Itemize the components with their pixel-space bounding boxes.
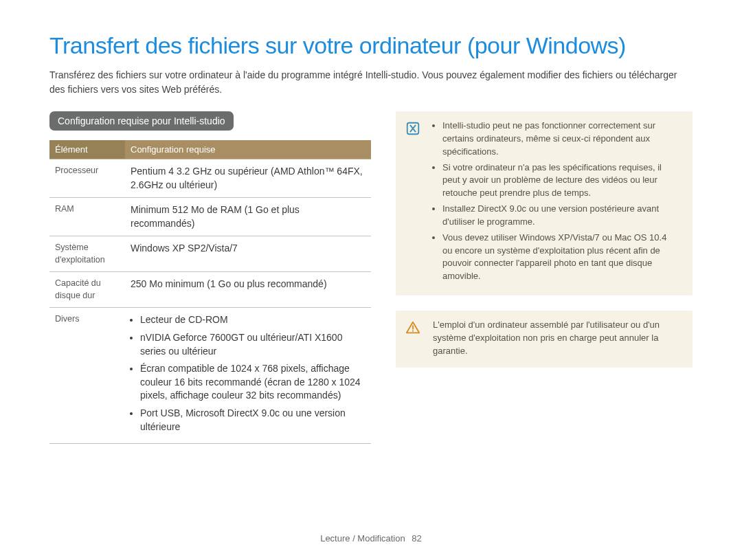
info-note: Intelli-studio peut ne pas fonctionner c… <box>396 111 693 295</box>
info-note-item: Installez DirectX 9.0c ou une version po… <box>442 203 679 229</box>
req-key: Divers <box>49 308 125 444</box>
warning-icon <box>405 320 420 335</box>
req-other-item: nVIDIA Geforce 7600GT ou ultérieur/ATI X… <box>140 331 366 358</box>
warning-text: L'emploi d'un ordinateur assemblé par l'… <box>433 319 679 358</box>
req-value: Windows XP SP2/Vista/7 <box>125 236 371 272</box>
req-key: Processeur <box>49 159 125 197</box>
info-note-item: Si votre ordinateur n'a pas les spécific… <box>442 161 679 201</box>
req-value: 250 Mo minimum (1 Go ou plus recommandé) <box>125 272 371 308</box>
table-row: Divers Lecteur de CD-ROM nVIDIA Geforce … <box>49 308 371 444</box>
req-value: Lecteur de CD-ROM nVIDIA Geforce 7600GT … <box>125 308 371 444</box>
page-footer: Lecture / Modification 82 <box>0 533 742 544</box>
req-other-item: Écran compatible de 1024 x 768 pixels, a… <box>140 362 366 403</box>
table-row: Capacité du disque dur 250 Mo minimum (1… <box>49 272 371 308</box>
req-key: RAM <box>49 198 125 236</box>
info-icon <box>405 121 420 136</box>
requirements-table: Élément Configuration requise Processeur… <box>49 140 371 444</box>
table-row: RAM Minimum 512 Mo de RAM (1 Go et plus … <box>49 198 371 236</box>
table-header-element: Élément <box>49 140 125 159</box>
req-value: Pentium 4 3.2 GHz ou supérieur (AMD Athl… <box>125 159 371 197</box>
table-row: Processeur Pentium 4 3.2 GHz ou supérieu… <box>49 159 371 197</box>
table-row: Système d'exploitation Windows XP SP2/Vi… <box>49 236 371 272</box>
page-title: Transfert des fichiers sur votre ordinat… <box>49 33 693 58</box>
req-other-item: Lecteur de CD-ROM <box>140 313 366 327</box>
footer-section: Lecture / Modification <box>320 533 405 544</box>
req-value: Minimum 512 Mo de RAM (1 Go et plus reco… <box>125 198 371 236</box>
svg-point-2 <box>412 331 414 332</box>
warning-note: L'emploi d'un ordinateur assemblé par l'… <box>396 311 693 368</box>
table-header-config: Configuration requise <box>125 140 371 159</box>
info-note-item: Vous devez utiliser Windows XP/Vista/7 o… <box>442 232 679 283</box>
footer-page-number: 82 <box>412 533 421 544</box>
req-key: Capacité du disque dur <box>49 272 125 308</box>
section-heading: Configuration requise pour Intelli-studi… <box>49 111 234 131</box>
req-key: Système d'exploitation <box>49 236 125 272</box>
intro-text: Transférez des fichiers sur votre ordina… <box>49 68 693 96</box>
info-note-item: Intelli-studio peut ne pas fonctionner c… <box>442 120 679 159</box>
req-other-item: Port USB, Microsoft DirectX 9.0c ou une … <box>140 407 366 434</box>
